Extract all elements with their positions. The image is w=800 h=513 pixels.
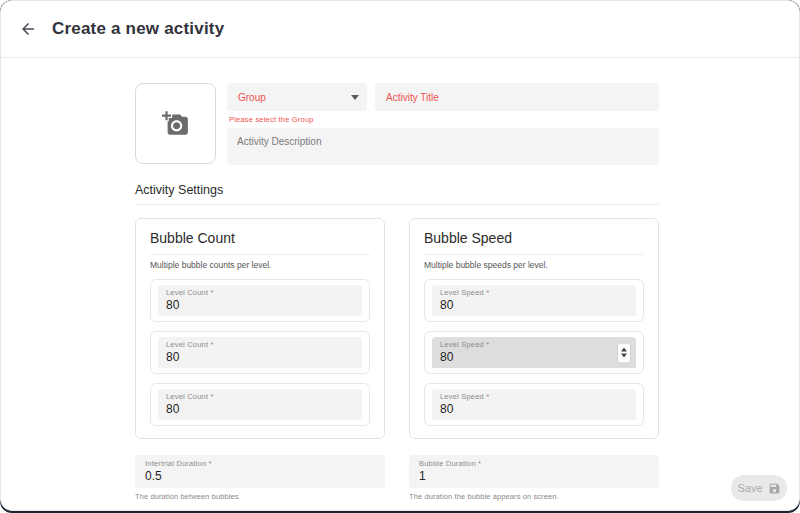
level-count-row: Level Count * 80 (150, 331, 370, 374)
intertrial-duration-group: Intertrial Duration * 0.5 The duration b… (135, 455, 385, 501)
field-label: Level Count * (166, 340, 354, 349)
add-photo-icon (162, 110, 189, 137)
bubble-speed-card: Bubble Speed Multiple bubble speeds per … (409, 218, 659, 439)
level-count-input[interactable]: Level Count * 80 (158, 285, 362, 316)
spinner-down-icon (621, 354, 627, 358)
field-value: 0.5 (145, 469, 375, 483)
basic-info-section: Group Activity Title Please select the G… (135, 83, 659, 165)
field-label: Level Speed * (440, 340, 628, 349)
duration-section: Intertrial Duration * 0.5 The duration b… (135, 455, 659, 501)
field-label: Level Speed * (440, 288, 628, 297)
level-speed-row: Level Speed * 80 (424, 279, 644, 322)
field-label: Level Count * (166, 288, 354, 297)
basic-fields: Group Activity Title Please select the G… (227, 83, 659, 165)
field-label: Bubble Duration * (419, 459, 649, 468)
field-label: Level Speed * (440, 392, 628, 401)
intertrial-duration-input[interactable]: Intertrial Duration * 0.5 (135, 455, 385, 488)
page-header: Create a new activity (1, 1, 799, 58)
activity-image-upload[interactable] (135, 83, 216, 164)
bubble-duration-input[interactable]: Bubble Duration * 1 (409, 455, 659, 488)
settings-cards: Bubble Count Multiple bubble counts per … (135, 218, 659, 439)
level-speed-row: Level Speed * 80 (424, 383, 644, 426)
level-speed-row: Level Speed * 80 (424, 331, 644, 374)
field-value: 80 (166, 402, 354, 416)
number-spinner[interactable] (617, 342, 631, 363)
field-value: 80 (166, 298, 354, 312)
bubble-count-card: Bubble Count Multiple bubble counts per … (135, 218, 385, 439)
arrow-left-icon (19, 20, 37, 38)
settings-heading: Activity Settings (135, 183, 659, 205)
activity-title-placeholder: Activity Title (386, 92, 439, 103)
activity-title-input[interactable]: Activity Title (375, 83, 659, 111)
field-value: 80 (440, 298, 628, 312)
level-speed-input[interactable]: Level Speed * 80 (432, 285, 636, 316)
bubble-duration-group: Bubble Duration * 1 The duration the bub… (409, 455, 659, 501)
field-value: 80 (166, 350, 354, 364)
group-error-text: Please select the Group (229, 115, 659, 124)
field-label: Level Count * (166, 392, 354, 401)
activity-description-placeholder: Activity Description (237, 136, 321, 147)
level-speed-input[interactable]: Level Speed * 80 (432, 389, 636, 420)
save-button-label: Save (737, 482, 762, 494)
app-window: Create a new activity Group (0, 0, 800, 513)
field-value: 80 (440, 402, 628, 416)
intertrial-duration-helper: The duration between bubbles. (135, 492, 385, 501)
page-frame: Create a new activity Group (0, 0, 800, 511)
group-select[interactable]: Group (227, 83, 367, 111)
spinner-up-icon (621, 348, 627, 352)
level-speed-input-focused[interactable]: Level Speed * 80 (432, 337, 636, 368)
level-count-input[interactable]: Level Count * 80 (158, 389, 362, 420)
activity-description-input[interactable]: Activity Description (227, 128, 659, 165)
level-count-input[interactable]: Level Count * 80 (158, 337, 362, 368)
level-count-row: Level Count * 80 (150, 383, 370, 426)
form-content: Group Activity Title Please select the G… (135, 83, 659, 501)
level-count-row: Level Count * 80 (150, 279, 370, 322)
chevron-down-icon (351, 95, 359, 100)
back-button[interactable] (18, 19, 38, 39)
field-label: Intertrial Duration * (145, 459, 375, 468)
bubble-speed-title: Bubble Speed (424, 230, 644, 255)
group-select-value: Group (238, 92, 266, 103)
field-value: 80 (440, 350, 628, 364)
page-title: Create a new activity (52, 19, 224, 39)
bubble-count-subtitle: Multiple bubble counts per level. (150, 260, 370, 270)
bubble-count-title: Bubble Count (150, 230, 370, 255)
bubble-duration-helper: The duration the bubble appears on scree… (409, 492, 659, 501)
save-icon (768, 482, 781, 495)
save-button[interactable]: Save (731, 475, 787, 501)
group-title-row: Group Activity Title (227, 83, 659, 111)
bubble-speed-subtitle: Multiple bubble speeds per level. (424, 260, 644, 270)
field-value: 1 (419, 469, 649, 483)
